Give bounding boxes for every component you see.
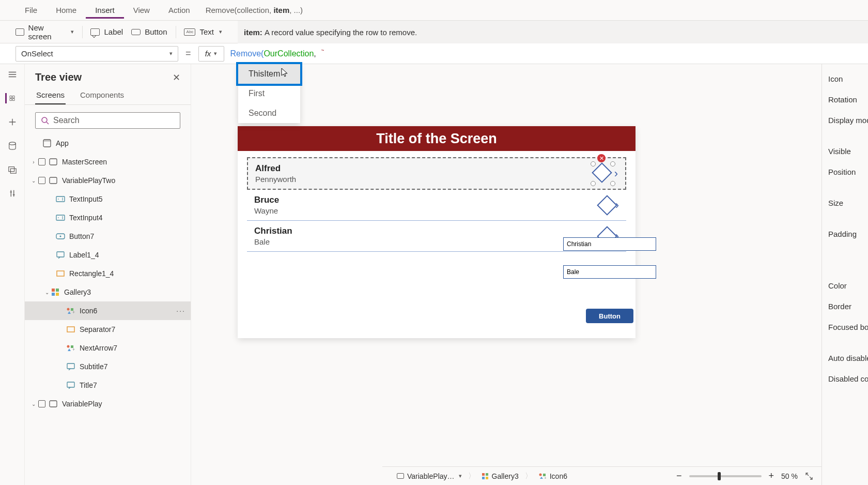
property-label[interactable]: Size [828,192,868,213]
property-label[interactable]: Rotation [828,89,868,110]
menu-action[interactable]: Action [159,2,199,19]
tree-view-icon[interactable] [5,93,16,103]
tree-toggle-icon[interactable]: › [30,159,37,165]
textinput4[interactable] [563,265,656,279]
tree-item[interactable]: +Icon6··· [25,301,191,320]
checkbox[interactable] [38,158,45,165]
fullscreen-icon[interactable] [805,472,813,480]
screen-icon [49,157,58,166]
new-screen-button[interactable]: New screen▾ [16,23,74,41]
gallery-title: Alfred [255,163,620,174]
gallery-row[interactable]: Bruce Wayne › [247,190,626,221]
checkbox[interactable] [38,177,45,184]
tree-item[interactable]: App [25,134,191,153]
fx-button[interactable]: fx ▾ [198,46,224,62]
autocomplete-item-first[interactable]: First [238,84,300,103]
tab-screens[interactable]: Screens [35,86,66,104]
label-icon [66,381,75,390]
property-label[interactable]: Color [828,275,868,296]
tree-item[interactable]: Separator7 [25,320,191,339]
textinput5[interactable] [563,237,656,251]
tree-item-label: Button7 [69,232,94,240]
fx-icon: fx [205,49,211,58]
label-icon [90,28,100,36]
hamburger-icon[interactable] [7,69,18,80]
svg-rect-17 [56,293,59,296]
autocomplete-item-second[interactable]: Second [238,103,300,123]
breadcrumb[interactable]: Gallery3 [475,472,525,480]
tree-item[interactable]: TextInput4 [25,208,191,227]
property-label[interactable]: Display mod [828,110,868,130]
formula-input[interactable]: Remove(OurCollection, ~ [224,49,868,58]
tree-item[interactable]: ⌄Gallery3 [25,283,191,301]
checkbox[interactable] [38,400,45,407]
tree-item[interactable]: ⌄VariablePlay [25,395,191,413]
chevron-down-icon: ▾ [214,50,217,57]
breadcrumb[interactable]: + Icon6 [532,472,574,480]
svg-rect-9 [56,215,65,220]
menu-file[interactable]: File [16,2,47,19]
zoom-control: − + 50 % [676,471,813,481]
tab-components[interactable]: Components [79,86,125,104]
data-icon[interactable] [7,141,18,151]
rect-icon [66,325,75,334]
search-input[interactable]: Search [35,112,180,129]
tree-toggle-icon[interactable]: ⌄ [30,178,37,184]
zoom-in-button[interactable]: + [769,471,774,481]
svg-point-0 [9,142,16,145]
tree-item[interactable]: Rectangle1_4 [25,264,191,283]
gallery-subtitle: Pennyworth [255,175,620,184]
property-label[interactable]: Focused bor [828,316,868,337]
tree-item[interactable]: ›MasterScreen [25,153,191,171]
svg-point-18 [67,308,70,311]
tree-item[interactable]: Label1_4 [25,246,191,264]
plus-icon[interactable] [7,117,18,127]
tree-item[interactable]: Subtitle7 [25,357,191,376]
zoom-out-button[interactable]: − [676,471,682,481]
tree-toggle-icon[interactable]: ⌄ [43,290,51,295]
gallery-row[interactable]: ✕ Alfred Pennyworth › [247,157,626,190]
search-icon [41,116,49,125]
tree-item[interactable]: TextInput5 [25,190,191,208]
canvas-area: Title of the Screen ✕ Alfred Pennyworth [191,64,822,485]
property-label[interactable]: Position [828,161,868,182]
tree-toggle-icon[interactable]: ⌄ [30,401,37,407]
tree-item[interactable]: ⌄VariablePlayTwo [25,171,191,190]
breadcrumb[interactable]: VariablePlay… ▾ [391,472,468,480]
property-label[interactable]: Auto disable [828,347,868,368]
top-menu: File Home Insert View Action Remove(coll… [0,0,868,21]
edit-icon[interactable] [597,195,617,216]
property-dropdown[interactable]: OnSelect ▾ [16,46,178,62]
menu-home[interactable]: Home [47,2,86,19]
menu-view[interactable]: View [124,2,159,19]
svg-point-22 [67,345,70,348]
svg-rect-12 [57,252,64,257]
property-label[interactable]: Icon [828,68,868,89]
tree-title: Tree view [35,71,82,83]
gallery-icon [482,473,489,480]
autocomplete-item-thisitem[interactable]: ThisItem [238,64,300,84]
tree-panel: Tree view ✕ Screens Components Search Ap… [25,64,191,485]
property-label[interactable]: Border [828,296,868,316]
tree-item[interactable]: Button7 [25,227,191,246]
gallery[interactable]: ✕ Alfred Pennyworth › [238,151,636,252]
settings-icon[interactable] [7,188,18,199]
more-icon[interactable]: ··· [176,307,185,315]
gallery-title: Christian [254,226,621,236]
close-icon[interactable]: ✕ [173,72,180,83]
app-canvas[interactable]: Title of the Screen ✕ Alfred Pennyworth [238,126,636,338]
button7[interactable]: Button [586,309,633,323]
button-button[interactable]: Button [131,27,167,36]
screen-icon [16,28,24,36]
chevron-right-icon[interactable]: › [614,167,618,180]
tree-item[interactable]: +NextArrow7 [25,339,191,357]
menu-insert[interactable]: Insert [86,2,124,19]
media-icon[interactable] [7,164,18,175]
property-label[interactable]: Disabled col [828,368,868,389]
tree-item[interactable]: Title7 [25,376,191,395]
text-button[interactable]: Abc Text▾ [184,27,222,36]
label-button[interactable]: Label [90,27,123,36]
zoom-slider[interactable] [689,475,762,477]
property-label[interactable]: Visible [828,141,868,161]
property-label[interactable]: Padding [828,223,868,244]
